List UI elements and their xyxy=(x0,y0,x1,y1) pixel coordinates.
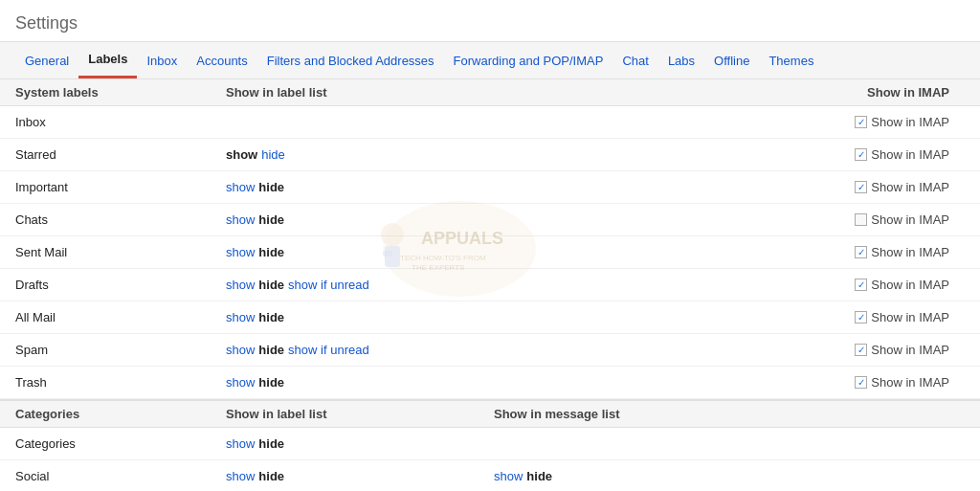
hide-bold-allmail: hide xyxy=(258,310,284,324)
imap-checkbox-starred[interactable]: ✓ xyxy=(855,148,867,161)
imap-checkbox-sent[interactable]: ✓ xyxy=(855,246,867,258)
imap-col-chats: Show in IMAP xyxy=(494,212,965,227)
show-link-spam[interactable]: show xyxy=(226,343,255,357)
show-if-unread-link-drafts[interactable]: show if unread xyxy=(288,278,369,292)
label-row-chats: Chats show hide Show in IMAP xyxy=(0,204,980,236)
imap-col-spam: ✓ Show in IMAP xyxy=(494,343,965,357)
label-name-drafts: Drafts xyxy=(15,278,226,292)
hide-bold-sent: hide xyxy=(258,245,284,259)
imap-label-trash: Show in IMAP xyxy=(871,375,949,390)
imap-col-important: ✓ Show in IMAP xyxy=(494,180,965,194)
hide-bold-trash: hide xyxy=(258,375,284,390)
hide-bold-categories: hide xyxy=(258,436,284,451)
hide-bold-spam: hide xyxy=(258,343,284,357)
imap-checkbox-trash[interactable]: ✓ xyxy=(855,376,867,389)
label-name-inbox: Inbox xyxy=(15,115,226,129)
label-actions-drafts: show hide show if unread xyxy=(226,278,494,292)
label-row-allmail: All Mail show hide ✓ Show in IMAP xyxy=(0,301,980,334)
label-actions-chats: show hide xyxy=(226,212,494,227)
imap-label-allmail: Show in IMAP xyxy=(871,310,949,324)
label-row-spam: Spam show hide show if unread ✓ Show in … xyxy=(0,334,980,367)
label-actions-starred: show hide xyxy=(226,147,494,162)
label-row-inbox: Inbox ✓ Show in IMAP xyxy=(0,106,980,139)
imap-checkbox-allmail[interactable]: ✓ xyxy=(855,311,867,324)
imap-col-allmail: ✓ Show in IMAP xyxy=(494,310,965,324)
label-row-trash: Trash show hide ✓ Show in IMAP xyxy=(0,367,980,399)
label-name-allmail: All Mail xyxy=(15,310,226,324)
tab-labs[interactable]: Labs xyxy=(658,44,704,78)
system-labels-header: System labels Show in label list Show in… xyxy=(0,79,980,106)
imap-col-sent: ✓ Show in IMAP xyxy=(494,245,965,259)
label-name-chats: Chats xyxy=(15,212,226,227)
show-if-unread-link-spam[interactable]: show if unread xyxy=(288,343,369,357)
show-link-social[interactable]: show xyxy=(226,469,255,483)
tab-accounts[interactable]: Accounts xyxy=(187,44,256,78)
imap-col-trash: ✓ Show in IMAP xyxy=(494,375,965,390)
show-link-important[interactable]: show xyxy=(226,180,255,194)
label-actions-spam: show hide show if unread xyxy=(226,343,494,357)
show-bold-starred: show xyxy=(226,147,257,162)
label-actions-sent: show hide xyxy=(226,245,494,259)
label-name-starred: Starred xyxy=(15,147,226,162)
label-actions-allmail: show hide xyxy=(226,310,494,324)
show-link-allmail[interactable]: show xyxy=(226,310,255,324)
label-row-categories: Categories show hide xyxy=(0,428,980,460)
imap-label-chats: Show in IMAP xyxy=(871,212,949,227)
label-name-important: Important xyxy=(15,180,226,194)
settings-page: Settings General Labels Inbox Accounts F… xyxy=(0,0,980,491)
imap-checkbox-inbox[interactable]: ✓ xyxy=(855,116,867,128)
tabs-bar: General Labels Inbox Accounts Filters an… xyxy=(0,42,980,79)
label-name-trash: Trash xyxy=(15,375,226,390)
label-name-spam: Spam xyxy=(15,343,226,357)
label-actions-social: show hide xyxy=(226,469,494,483)
label-actions-important: show hide xyxy=(226,180,494,194)
label-row-social: Social show hide show hide xyxy=(0,460,980,491)
tab-themes[interactable]: Themes xyxy=(759,44,823,78)
imap-label-important: Show in IMAP xyxy=(871,180,949,194)
label-row-starred: Starred show hide ✓ Show in IMAP xyxy=(0,139,980,171)
label-actions-trash: show hide xyxy=(226,375,494,390)
imap-checkbox-spam[interactable]: ✓ xyxy=(855,344,867,356)
system-labels-col3: Show in IMAP xyxy=(494,85,965,100)
show-link-sent[interactable]: show xyxy=(226,245,255,259)
show-link-drafts[interactable]: show xyxy=(226,278,255,292)
label-row-important: Important show hide ✓ Show in IMAP xyxy=(0,171,980,204)
imap-label-inbox: Show in IMAP xyxy=(871,115,949,129)
page-title: Settings xyxy=(0,0,980,42)
label-row-drafts: Drafts show hide show if unread ✓ Show i… xyxy=(0,269,980,301)
hide-bold-chats: hide xyxy=(258,212,284,227)
hide-link-starred[interactable]: hide xyxy=(261,147,285,162)
imap-label-starred: Show in IMAP xyxy=(871,147,949,162)
imap-col-starred: ✓ Show in IMAP xyxy=(494,147,965,162)
tab-labels[interactable]: Labels xyxy=(78,42,137,78)
content-area: System labels Show in label list Show in… xyxy=(0,79,980,491)
tab-general[interactable]: General xyxy=(15,44,78,78)
categories-col1: Categories xyxy=(15,407,226,421)
system-labels-col2: Show in label list xyxy=(226,85,494,100)
categories-header: Categories Show in label list Show in me… xyxy=(0,399,980,428)
msg-show-link-social[interactable]: show xyxy=(494,469,523,483)
msg-hide-bold-social: hide xyxy=(526,469,552,483)
show-link-categories[interactable]: show xyxy=(226,436,255,451)
label-actions-message-social: show hide xyxy=(494,469,685,483)
show-link-chats[interactable]: show xyxy=(226,212,255,227)
categories-col3: Show in message list xyxy=(494,407,685,421)
label-row-sent: Sent Mail show hide ✓ Show in IMAP xyxy=(0,236,980,269)
tab-offline[interactable]: Offline xyxy=(704,44,759,78)
label-actions-categories: show hide xyxy=(226,436,494,451)
imap-label-spam: Show in IMAP xyxy=(871,343,949,357)
system-labels-col1: System labels xyxy=(15,85,226,100)
tab-forwarding[interactable]: Forwarding and POP/IMAP xyxy=(444,44,613,78)
tab-chat[interactable]: Chat xyxy=(612,44,657,78)
imap-checkbox-important[interactable]: ✓ xyxy=(855,181,867,193)
imap-checkbox-chats[interactable] xyxy=(855,213,867,226)
imap-checkbox-drafts[interactable]: ✓ xyxy=(855,279,867,291)
show-link-trash[interactable]: show xyxy=(226,375,255,390)
label-name-sent: Sent Mail xyxy=(15,245,226,259)
imap-col-inbox: ✓ Show in IMAP xyxy=(494,115,965,129)
hide-bold-social: hide xyxy=(258,469,284,483)
imap-label-sent: Show in IMAP xyxy=(871,245,949,259)
tab-inbox[interactable]: Inbox xyxy=(137,44,187,78)
tab-filters[interactable]: Filters and Blocked Addresses xyxy=(257,44,444,78)
imap-col-drafts: ✓ Show in IMAP xyxy=(494,278,965,292)
